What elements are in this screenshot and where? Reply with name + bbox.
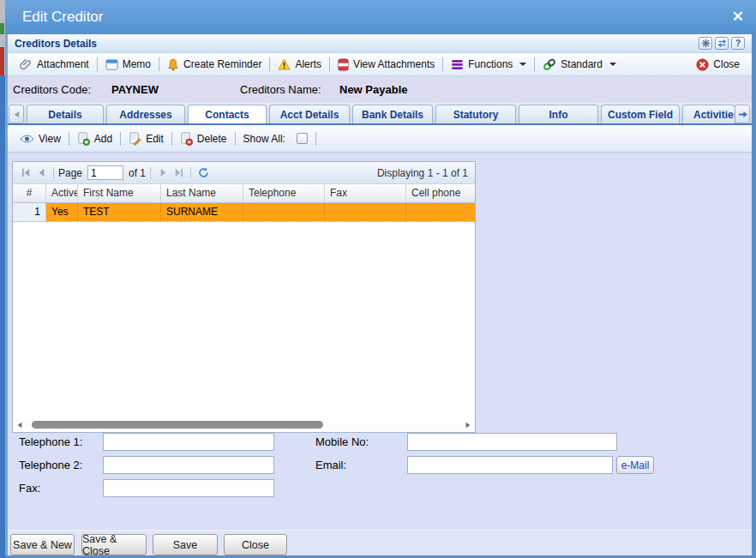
- column-header-fax[interactable]: Fax: [325, 184, 406, 202]
- creditor-info-row: Creditors Code: PAYNEW Creditors Name: N…: [8, 76, 752, 103]
- edit-label: Edit: [146, 133, 164, 145]
- link-icon: [543, 58, 556, 71]
- memo-button[interactable]: Memo: [100, 58, 156, 70]
- column-header-cell-phone[interactable]: Cell phone: [406, 184, 475, 202]
- record-action-bar: View Add Edit: [8, 125, 752, 153]
- scroll-right-arrow[interactable]: [461, 418, 475, 432]
- tab-scroll-left-button[interactable]: [9, 105, 24, 123]
- column-header-num[interactable]: #: [13, 184, 46, 202]
- create-reminder-label: Create Reminder: [183, 58, 261, 70]
- tab-contacts[interactable]: Contacts: [188, 105, 267, 123]
- telephone2-input[interactable]: [103, 456, 274, 474]
- tab-details[interactable]: Details: [27, 105, 104, 123]
- scroll-left-icon: [16, 422, 23, 429]
- view-attachments-button[interactable]: View Attachments: [333, 58, 440, 71]
- active-cell: Yes: [46, 203, 78, 221]
- tab-custom-field[interactable]: Custom Field: [601, 105, 680, 123]
- telephone1-input[interactable]: [103, 433, 274, 451]
- edit-button[interactable]: Edit: [123, 132, 169, 146]
- delete-record-icon: [180, 132, 193, 146]
- create-reminder-button[interactable]: Create Reminder: [162, 58, 267, 71]
- creditors-code-value: PAYNEW: [111, 83, 159, 96]
- standard-dropdown-caret: [609, 63, 616, 66]
- last-name-cell: SURNAME: [161, 203, 243, 221]
- table-row-selected[interactable]: 1 Yes TEST SURNAME: [13, 203, 475, 222]
- attachment-label: Attachment: [37, 58, 89, 70]
- functions-dropdown-caret: [519, 63, 526, 66]
- column-header-telephone[interactable]: Telephone: [243, 184, 325, 202]
- window-close-icon[interactable]: ✕: [732, 8, 744, 26]
- column-header-last-name[interactable]: Last Name: [161, 184, 243, 202]
- eye-icon: [20, 135, 34, 143]
- add-label: Add: [94, 133, 112, 145]
- refresh-button[interactable]: [715, 37, 729, 50]
- show-all-checkbox[interactable]: [297, 133, 308, 144]
- delete-label: Delete: [197, 133, 227, 145]
- save-and-new-button[interactable]: Save & New: [10, 534, 75, 555]
- creditors-name-label: Creditors Name:: [240, 83, 321, 96]
- paperclip-icon: [20, 58, 33, 71]
- functions-label: Functions: [468, 58, 513, 70]
- grid-pager: Page of 1: [13, 162, 475, 184]
- standard-menu-button[interactable]: Standard: [537, 58, 621, 71]
- panel-tools: ?: [699, 37, 745, 50]
- scroll-left-arrow[interactable]: [13, 418, 27, 432]
- horizontal-scrollbar[interactable]: [13, 418, 475, 432]
- tab-info[interactable]: Info: [519, 105, 598, 123]
- delete-button[interactable]: Delete: [175, 132, 232, 146]
- tab-addresses[interactable]: Addresses: [106, 105, 185, 123]
- view-button[interactable]: View: [15, 133, 66, 145]
- add-button[interactable]: Add: [72, 132, 117, 146]
- email-input[interactable]: [407, 456, 613, 474]
- tab-statutory[interactable]: Statutory: [435, 105, 516, 123]
- warning-icon: [278, 58, 291, 70]
- panel-title: Creditors Details: [15, 38, 97, 50]
- show-all-group: Show All:: [238, 133, 313, 145]
- grid-empty-area: [13, 222, 475, 422]
- email-label: Email:: [315, 459, 346, 471]
- grid-refresh-button[interactable]: [195, 165, 211, 181]
- grid-header: # Active First Name Last Name Telephone …: [13, 184, 475, 203]
- column-header-first-name[interactable]: First Name: [78, 184, 161, 202]
- cell-phone-cell: [406, 203, 475, 221]
- fax-input[interactable]: [103, 479, 274, 497]
- save-button[interactable]: Save: [153, 534, 218, 555]
- bell-icon: [167, 58, 179, 71]
- scrollbar-thumb[interactable]: [32, 421, 323, 429]
- help-button[interactable]: ?: [731, 37, 745, 50]
- row-number-cell: 1: [13, 203, 46, 221]
- help-icon: ?: [735, 39, 741, 48]
- tab-activities[interactable]: Activities: [682, 105, 735, 123]
- memo-label: Memo: [123, 58, 151, 70]
- tab-scroll-right-button[interactable]: [735, 105, 750, 123]
- save-and-close-button[interactable]: Save & Close: [81, 534, 147, 555]
- attachment-button[interactable]: Attachment: [15, 58, 94, 71]
- toolbar-close-button[interactable]: Close: [691, 58, 745, 71]
- title-bar: Edit Creditor ✕: [5, 0, 756, 34]
- telephone1-label: Telephone 1:: [19, 435, 82, 448]
- telephone2-label: Telephone 2:: [19, 459, 82, 471]
- add-record-icon: [77, 132, 90, 146]
- prev-page-button[interactable]: [33, 165, 49, 181]
- functions-menu-button[interactable]: Functions: [446, 58, 531, 70]
- column-header-active[interactable]: Active: [46, 184, 78, 202]
- scroll-right-icon: [465, 422, 471, 429]
- contacts-grid: Page of 1: [12, 161, 476, 433]
- tab-bank-details[interactable]: Bank Details: [352, 105, 433, 123]
- gear-button[interactable]: [699, 37, 712, 50]
- close-button[interactable]: Close: [224, 534, 287, 555]
- displaying-status: Displaying 1 - 1 of 1: [377, 167, 470, 179]
- tab-acct-details[interactable]: Acct Details: [269, 105, 350, 123]
- page-number-input[interactable]: [87, 165, 123, 180]
- next-page-button[interactable]: [155, 165, 171, 181]
- first-page-button[interactable]: [18, 165, 33, 181]
- creditors-name-value: New Payable: [339, 83, 408, 96]
- alerts-button[interactable]: Alerts: [273, 58, 327, 70]
- last-page-button[interactable]: [171, 165, 186, 181]
- mobile-input[interactable]: [407, 433, 617, 451]
- page-label: Page: [58, 167, 82, 179]
- standard-label: Standard: [561, 58, 603, 70]
- email-send-button[interactable]: e-Mail: [616, 456, 654, 474]
- first-name-cell: TEST: [78, 203, 161, 221]
- page-of-label: of 1: [129, 167, 146, 179]
